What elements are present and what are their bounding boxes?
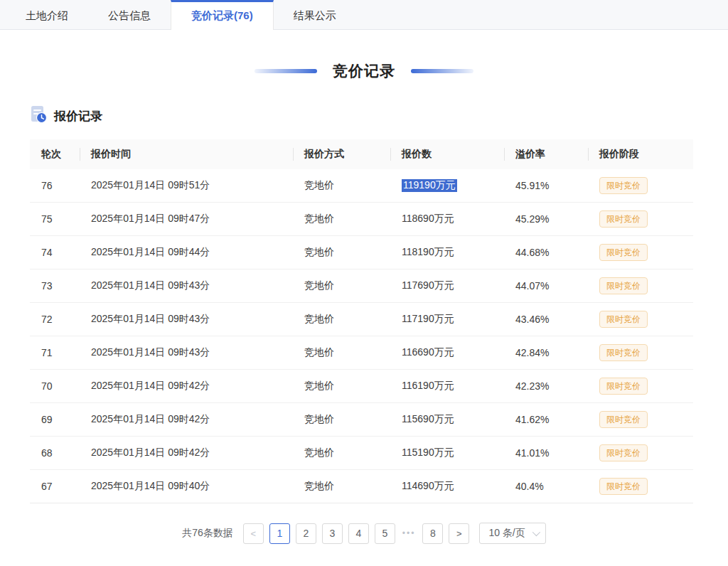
cell-premium: 44.68%: [504, 247, 588, 258]
column-header-4: 溢价率: [504, 148, 588, 161]
record-header: 报价记录: [30, 105, 728, 127]
cell-price: 116190万元: [390, 380, 504, 393]
table-row: 732025年01月14日 09时43分竞地价117690万元44.07%限时竞…: [30, 269, 693, 303]
cell-stage: 限时竞价: [588, 210, 693, 228]
cell-method: 竞地价: [293, 279, 390, 292]
cell-stage: 限时竞价: [588, 244, 693, 261]
page-button-3[interactable]: 3: [322, 523, 343, 544]
cell-time: 2025年01月14日 09时44分: [80, 246, 293, 259]
table-row: 752025年01月14日 09时47分竞地价118690万元45.29%限时竞…: [30, 203, 693, 236]
cell-method: 竞地价: [293, 246, 390, 259]
cell-stage: 限时竞价: [588, 344, 693, 361]
cell-premium: 45.91%: [504, 180, 588, 191]
page-size-select[interactable]: 10 条/页: [479, 523, 545, 544]
cell-time: 2025年01月14日 09时42分: [80, 413, 293, 426]
cell-premium: 42.23%: [504, 380, 588, 392]
page-title: 竞价记录: [333, 61, 395, 81]
cell-premium: 45.29%: [504, 213, 588, 225]
cell-round: 75: [30, 213, 80, 225]
page-button-5[interactable]: 5: [375, 523, 395, 544]
tab-2[interactable]: 竞价记录(76): [171, 0, 274, 30]
cell-round: 72: [30, 314, 80, 325]
cell-time: 2025年01月14日 09时43分: [80, 313, 293, 326]
page-button-2[interactable]: 2: [296, 523, 316, 544]
cell-premium: 43.46%: [504, 314, 588, 325]
cell-stage: 限时竞价: [588, 411, 693, 428]
title-dash-left-icon: [255, 69, 317, 73]
cell-price: 118690万元: [390, 213, 504, 225]
table-row: 742025年01月14日 09时44分竞地价118190万元44.68%限时竞…: [30, 236, 693, 269]
price-value: 116690万元: [402, 346, 454, 358]
cell-price: 119190万元: [390, 179, 504, 192]
price-value: 116190万元: [402, 380, 454, 391]
tab-0[interactable]: 土地介绍: [6, 0, 88, 29]
cell-stage: 限时竞价: [588, 311, 693, 328]
cell-method: 竞地价: [293, 447, 390, 459]
table-row: 762025年01月14日 09时51分竞地价119190万元45.91%限时竞…: [30, 169, 693, 203]
cell-time: 2025年01月14日 09时40分: [80, 480, 293, 493]
price-value: 114690万元: [402, 480, 454, 491]
tab-3[interactable]: 结果公示: [274, 0, 356, 29]
cell-premium: 41.62%: [504, 414, 588, 425]
table-row: 682025年01月14日 09时42分竞地价115190万元41.01%限时竞…: [30, 437, 693, 470]
cell-round: 71: [30, 347, 80, 358]
tab-1[interactable]: 公告信息: [88, 0, 171, 29]
cell-round: 73: [30, 280, 80, 292]
cell-stage: 限时竞价: [588, 378, 693, 395]
cell-price: 117690万元: [390, 279, 504, 292]
cell-round: 76: [30, 180, 80, 191]
cell-stage: 限时竞价: [588, 444, 693, 461]
cell-method: 竞地价: [293, 480, 390, 493]
table-header-row: 轮次报价时间报价方式报价数溢价率报价阶段: [30, 139, 693, 169]
stage-badge: 限时竞价: [599, 177, 648, 194]
cell-round: 74: [30, 247, 80, 258]
cell-method: 竞地价: [293, 213, 390, 225]
column-header-5: 报价阶段: [588, 148, 693, 161]
cell-method: 竞地价: [293, 179, 390, 192]
stage-badge: 限时竞价: [599, 311, 648, 328]
stage-badge: 限时竞价: [599, 210, 648, 228]
column-header-3: 报价数: [390, 148, 504, 161]
price-value-highlighted: 119190万元: [402, 179, 457, 192]
page-size-label: 10 条/页: [488, 527, 525, 540]
cell-premium: 44.07%: [504, 280, 588, 292]
next-page-button[interactable]: >: [449, 523, 469, 544]
cell-stage: 限时竞价: [588, 277, 693, 294]
column-header-0: 轮次: [30, 148, 80, 161]
tab-bar: 土地介绍公告信息竞价记录(76)结果公示: [0, 0, 728, 30]
price-value: 118190万元: [402, 246, 454, 257]
cell-method: 竞地价: [293, 346, 390, 359]
price-value: 117690万元: [402, 279, 454, 291]
cell-price: 117190万元: [390, 313, 504, 326]
cell-stage: 限时竞价: [588, 177, 693, 194]
cell-price: 116690万元: [390, 346, 504, 359]
stage-badge: 限时竞价: [599, 444, 648, 461]
column-header-2: 报价方式: [293, 148, 390, 161]
cell-price: 114690万元: [390, 480, 504, 493]
cell-premium: 40.4%: [504, 481, 588, 492]
table-row: 672025年01月14日 09时40分竞地价114690万元40.4%限时竞价: [30, 470, 693, 503]
stage-badge: 限时竞价: [599, 478, 648, 495]
page-button-4[interactable]: 4: [348, 523, 369, 544]
bid-record-table: 轮次报价时间报价方式报价数溢价率报价阶段 762025年01月14日 09时51…: [30, 139, 693, 503]
cell-method: 竞地价: [293, 380, 390, 393]
table-body: 762025年01月14日 09时51分竞地价119190万元45.91%限时竞…: [30, 169, 693, 503]
cell-time: 2025年01月14日 09时42分: [80, 447, 293, 459]
page-button-8[interactable]: 8: [422, 523, 443, 544]
table-row: 692025年01月14日 09时42分竞地价115690万元41.62%限时竞…: [30, 403, 693, 437]
pagination-total: 共76条数据: [182, 527, 233, 540]
stage-badge: 限时竞价: [599, 244, 648, 261]
title-dash-right-icon: [411, 69, 473, 73]
stage-badge: 限时竞价: [599, 277, 648, 294]
cell-round: 69: [30, 414, 80, 425]
prev-page-button[interactable]: <: [243, 523, 264, 544]
cell-price: 115190万元: [390, 447, 504, 459]
document-clock-icon: [30, 105, 48, 127]
price-value: 115190万元: [402, 447, 454, 458]
cell-time: 2025年01月14日 09时43分: [80, 346, 293, 359]
price-value: 117190万元: [402, 313, 454, 324]
page-button-1[interactable]: 1: [269, 523, 290, 544]
cell-time: 2025年01月14日 09时43分: [80, 279, 293, 292]
cell-time: 2025年01月14日 09时47分: [80, 213, 293, 225]
stage-badge: 限时竞价: [599, 344, 648, 361]
